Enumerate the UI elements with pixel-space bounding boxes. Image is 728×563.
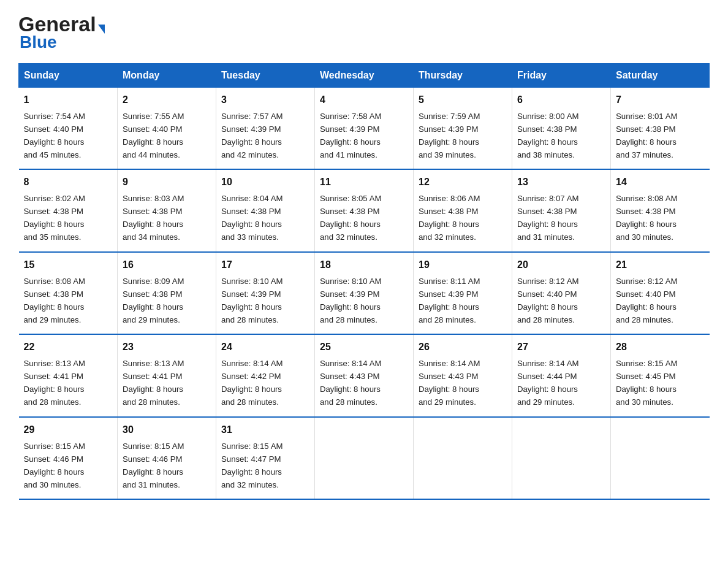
day-number: 5 xyxy=(419,93,507,108)
calendar-cell: 3Sunrise: 7:57 AMSunset: 4:39 PMDaylight… xyxy=(216,88,315,170)
calendar-cell: 7Sunrise: 8:01 AMSunset: 4:38 PMDaylight… xyxy=(611,88,710,170)
calendar-cell: 30Sunrise: 8:15 AMSunset: 4:46 PMDayligh… xyxy=(118,417,216,499)
day-info: Sunrise: 8:05 AMSunset: 4:38 PMDaylight:… xyxy=(320,194,381,242)
header-tuesday: Tuesday xyxy=(216,64,315,88)
calendar-cell: 17Sunrise: 8:10 AMSunset: 4:39 PMDayligh… xyxy=(216,252,315,334)
day-number: 25 xyxy=(320,340,408,355)
day-number: 10 xyxy=(221,175,309,190)
day-info: Sunrise: 8:12 AMSunset: 4:40 PMDaylight:… xyxy=(517,277,578,324)
day-info: Sunrise: 8:01 AMSunset: 4:38 PMDaylight:… xyxy=(616,112,677,159)
calendar-cell: 22Sunrise: 8:13 AMSunset: 4:41 PMDayligh… xyxy=(19,334,118,416)
calendar-cell: 5Sunrise: 7:59 AMSunset: 4:39 PMDaylight… xyxy=(414,88,512,170)
day-info: Sunrise: 7:57 AMSunset: 4:39 PMDaylight:… xyxy=(221,112,282,159)
calendar-cell: 29Sunrise: 8:15 AMSunset: 4:46 PMDayligh… xyxy=(19,417,118,499)
calendar-header-row: SundayMondayTuesdayWednesdayThursdayFrid… xyxy=(19,64,710,88)
header-wednesday: Wednesday xyxy=(315,64,414,88)
day-info: Sunrise: 8:08 AMSunset: 4:38 PMDaylight:… xyxy=(24,277,85,324)
day-number: 21 xyxy=(616,258,705,273)
day-number: 6 xyxy=(517,93,605,108)
week-row-2: 8Sunrise: 8:02 AMSunset: 4:38 PMDaylight… xyxy=(19,169,710,251)
calendar-cell: 9Sunrise: 8:03 AMSunset: 4:38 PMDaylight… xyxy=(118,169,216,251)
day-info: Sunrise: 8:00 AMSunset: 4:38 PMDaylight:… xyxy=(517,112,578,159)
day-info: Sunrise: 8:04 AMSunset: 4:38 PMDaylight:… xyxy=(221,194,282,242)
day-info: Sunrise: 8:06 AMSunset: 4:38 PMDaylight:… xyxy=(419,194,480,242)
calendar-cell: 26Sunrise: 8:14 AMSunset: 4:43 PMDayligh… xyxy=(414,334,512,416)
day-number: 14 xyxy=(616,175,705,190)
header-friday: Friday xyxy=(512,64,611,88)
week-row-5: 29Sunrise: 8:15 AMSunset: 4:46 PMDayligh… xyxy=(19,417,710,499)
calendar-cell: 6Sunrise: 8:00 AMSunset: 4:38 PMDaylight… xyxy=(512,88,611,170)
day-info: Sunrise: 8:15 AMSunset: 4:47 PMDaylight:… xyxy=(221,442,282,489)
calendar-cell: 8Sunrise: 8:02 AMSunset: 4:38 PMDaylight… xyxy=(19,169,118,251)
logo: General Blue xyxy=(18,12,105,52)
header-thursday: Thursday xyxy=(414,64,512,88)
week-row-4: 22Sunrise: 8:13 AMSunset: 4:41 PMDayligh… xyxy=(19,334,710,416)
day-info: Sunrise: 8:14 AMSunset: 4:43 PMDaylight:… xyxy=(419,359,480,407)
day-info: Sunrise: 8:15 AMSunset: 4:46 PMDaylight:… xyxy=(24,442,85,489)
day-number: 26 xyxy=(419,340,507,355)
header-monday: Monday xyxy=(118,64,216,88)
day-number: 9 xyxy=(123,175,211,190)
calendar-cell: 12Sunrise: 8:06 AMSunset: 4:38 PMDayligh… xyxy=(414,169,512,251)
calendar-cell xyxy=(414,417,512,499)
day-info: Sunrise: 8:15 AMSunset: 4:46 PMDaylight:… xyxy=(123,442,184,489)
calendar-cell: 27Sunrise: 8:14 AMSunset: 4:44 PMDayligh… xyxy=(512,334,611,416)
header-saturday: Saturday xyxy=(611,64,710,88)
calendar-cell: 31Sunrise: 8:15 AMSunset: 4:47 PMDayligh… xyxy=(216,417,315,499)
day-number: 30 xyxy=(123,423,211,438)
page-header: General Blue xyxy=(18,12,710,52)
day-info: Sunrise: 8:13 AMSunset: 4:41 PMDaylight:… xyxy=(24,359,85,407)
day-info: Sunrise: 7:55 AMSunset: 4:40 PMDaylight:… xyxy=(123,112,184,159)
week-row-3: 15Sunrise: 8:08 AMSunset: 4:38 PMDayligh… xyxy=(19,252,710,334)
day-number: 19 xyxy=(419,258,507,273)
week-row-1: 1Sunrise: 7:54 AMSunset: 4:40 PMDaylight… xyxy=(19,88,710,170)
calendar-cell: 20Sunrise: 8:12 AMSunset: 4:40 PMDayligh… xyxy=(512,252,611,334)
calendar-cell: 18Sunrise: 8:10 AMSunset: 4:39 PMDayligh… xyxy=(315,252,414,334)
day-number: 20 xyxy=(517,258,605,273)
day-number: 31 xyxy=(221,423,309,438)
day-number: 13 xyxy=(517,175,605,190)
calendar-cell: 2Sunrise: 7:55 AMSunset: 4:40 PMDaylight… xyxy=(118,88,216,170)
logo-triangle-icon xyxy=(98,25,105,34)
day-number: 2 xyxy=(123,93,211,108)
day-info: Sunrise: 7:59 AMSunset: 4:39 PMDaylight:… xyxy=(419,112,480,159)
calendar-cell: 4Sunrise: 7:58 AMSunset: 4:39 PMDaylight… xyxy=(315,88,414,170)
day-number: 17 xyxy=(221,258,309,273)
calendar-cell: 28Sunrise: 8:15 AMSunset: 4:45 PMDayligh… xyxy=(611,334,710,416)
day-info: Sunrise: 8:11 AMSunset: 4:39 PMDaylight:… xyxy=(419,277,480,324)
day-number: 4 xyxy=(320,93,408,108)
day-number: 8 xyxy=(24,175,113,190)
day-number: 12 xyxy=(419,175,507,190)
day-number: 18 xyxy=(320,258,408,273)
calendar-cell: 11Sunrise: 8:05 AMSunset: 4:38 PMDayligh… xyxy=(315,169,414,251)
calendar-cell: 21Sunrise: 8:12 AMSunset: 4:40 PMDayligh… xyxy=(611,252,710,334)
calendar-cell: 19Sunrise: 8:11 AMSunset: 4:39 PMDayligh… xyxy=(414,252,512,334)
day-info: Sunrise: 8:13 AMSunset: 4:41 PMDaylight:… xyxy=(123,359,184,407)
day-number: 22 xyxy=(24,340,113,355)
day-number: 24 xyxy=(221,340,309,355)
calendar-cell: 24Sunrise: 8:14 AMSunset: 4:42 PMDayligh… xyxy=(216,334,315,416)
header-sunday: Sunday xyxy=(19,64,118,88)
day-info: Sunrise: 7:58 AMSunset: 4:39 PMDaylight:… xyxy=(320,112,381,159)
day-info: Sunrise: 8:14 AMSunset: 4:43 PMDaylight:… xyxy=(320,359,381,407)
calendar-cell xyxy=(611,417,710,499)
day-number: 23 xyxy=(123,340,211,355)
day-info: Sunrise: 8:08 AMSunset: 4:38 PMDaylight:… xyxy=(616,194,677,242)
day-info: Sunrise: 8:10 AMSunset: 4:39 PMDaylight:… xyxy=(221,277,282,324)
day-number: 1 xyxy=(24,93,113,108)
day-number: 28 xyxy=(616,340,705,355)
day-number: 7 xyxy=(616,93,705,108)
calendar-table: SundayMondayTuesdayWednesdayThursdayFrid… xyxy=(18,63,710,500)
day-number: 3 xyxy=(221,93,309,108)
day-number: 29 xyxy=(24,423,113,438)
calendar-cell: 13Sunrise: 8:07 AMSunset: 4:38 PMDayligh… xyxy=(512,169,611,251)
calendar-cell: 10Sunrise: 8:04 AMSunset: 4:38 PMDayligh… xyxy=(216,169,315,251)
day-info: Sunrise: 8:10 AMSunset: 4:39 PMDaylight:… xyxy=(320,277,381,324)
calendar-cell: 25Sunrise: 8:14 AMSunset: 4:43 PMDayligh… xyxy=(315,334,414,416)
calendar-cell xyxy=(315,417,414,499)
day-number: 15 xyxy=(24,258,113,273)
day-info: Sunrise: 8:09 AMSunset: 4:38 PMDaylight:… xyxy=(123,277,184,324)
day-number: 11 xyxy=(320,175,408,190)
day-info: Sunrise: 8:07 AMSunset: 4:38 PMDaylight:… xyxy=(517,194,578,242)
calendar-cell: 23Sunrise: 8:13 AMSunset: 4:41 PMDayligh… xyxy=(118,334,216,416)
